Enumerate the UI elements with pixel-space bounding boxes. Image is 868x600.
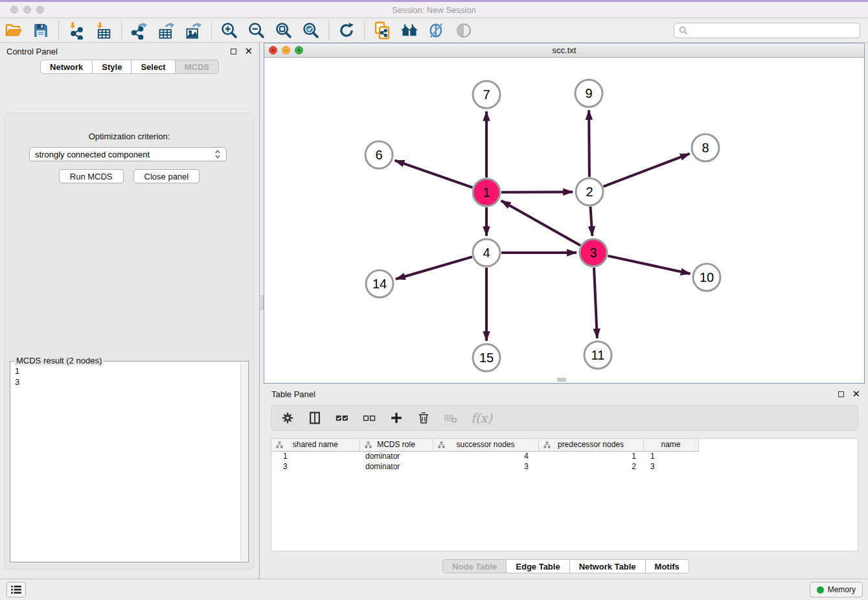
settings-gear-icon[interactable] [280,411,295,425]
graph-edge-1-2[interactable] [501,192,573,192]
zoom-fit-icon[interactable] [273,20,294,41]
memory-label: Memory [828,585,856,594]
tab-mcds[interactable]: MCDS [176,60,219,74]
clone-network-icon[interactable] [372,20,393,41]
graph-node-9[interactable]: 9 [575,80,602,107]
tab-network[interactable]: Network [40,60,93,74]
graph-edge-3-10[interactable] [608,256,690,274]
tab-network-table[interactable]: Network Table [570,559,646,573]
table-row[interactable]: 1dominator411 [271,451,698,461]
float-table-panel-icon[interactable] [838,391,844,397]
table-cell: 1 [643,451,698,461]
close-table-panel-icon[interactable]: ✕ [852,390,860,398]
zoom-in-icon[interactable] [219,20,240,41]
search-icon [679,26,688,35]
import-table-icon[interactable] [93,20,114,41]
graph-node-6[interactable]: 6 [365,141,393,168]
memory-button[interactable]: Memory [810,582,863,597]
horizontal-scroll-thumb[interactable] [557,378,566,382]
graph-node-2[interactable]: 2 [576,178,603,205]
zoom-selected-icon[interactable] [301,20,321,41]
graph-node-label: 1 [483,185,490,200]
column-header-predecessor-nodes[interactable]: predecessor nodes [538,439,643,451]
application-window: Session: New Session [0,0,868,600]
close-panel-icon[interactable]: ✕ [244,47,253,55]
zoom-out-icon[interactable] [246,20,267,41]
first-neighbors-icon[interactable] [399,20,420,41]
graph-node-8[interactable]: 8 [692,134,719,161]
table-cell: dominator [360,461,433,472]
add-column-icon[interactable] [389,411,404,425]
graph-node-7[interactable]: 7 [473,81,500,108]
delete-table-icon [444,411,458,425]
table-row[interactable]: 3dominator323 [271,461,698,472]
tab-motifs[interactable]: Motifs [646,559,689,573]
graph-edge-4-14[interactable] [396,257,472,279]
graph-node-10[interactable]: 10 [693,264,720,291]
graph-edge-2-9[interactable] [589,110,589,177]
column-header-successor-nodes[interactable]: successor nodes [433,439,538,451]
open-file-icon[interactable] [3,20,24,41]
graph-node-1[interactable]: 1 [473,179,500,206]
graph-node-4[interactable]: 4 [473,239,500,266]
tab-node-table[interactable]: Node Table [442,559,507,573]
column-header-MCDS-role[interactable]: MCDS role [360,439,433,451]
tab-style[interactable]: Style [93,60,131,74]
graph-node-11[interactable]: 11 [584,341,611,369]
mcds-panel-content: Optimization criterion: strongly connect… [4,113,255,570]
column-header-shared-name[interactable]: shared name [271,439,360,451]
search-box[interactable] [674,23,860,38]
import-network-icon[interactable] [66,20,87,41]
graph-node-15[interactable]: 15 [473,344,500,371]
control-panel-tabs: Network Style Select MCDS [0,60,259,74]
task-history-button[interactable] [6,582,26,597]
save-session-icon[interactable] [30,20,51,41]
graph-edge-2-8[interactable] [604,154,690,187]
export-table-icon[interactable] [156,20,177,41]
node-table: shared nameMCDS rolesuccessor nodesprede… [271,438,858,551]
graph-edge-3-11[interactable] [594,268,597,338]
graph-node-3[interactable]: 3 [580,239,607,266]
column-header-name[interactable]: name [643,439,698,451]
table-cell: 4 [433,451,538,461]
panel-divider-grip[interactable] [259,295,264,310]
graph-node-label: 2 [586,185,593,199]
node-table-grid: shared nameMCDS rolesuccessor nodesprede… [271,439,699,472]
table-cell: 1 [271,451,360,461]
hide-selected-icon[interactable] [426,20,447,41]
main-titlebar: Session: New Session [0,2,868,18]
mcds-result-list: 13 [10,362,248,387]
float-panel-icon[interactable] [231,49,236,54]
graph-edge-2-3[interactable] [590,207,592,236]
graph-edge-1-6[interactable] [395,161,473,188]
result-item: 3 [15,376,248,387]
run-mcds-button[interactable]: Run MCDS [59,169,124,183]
graph-node-label: 6 [375,148,382,162]
graph-node-14[interactable]: 14 [366,270,393,297]
network-view-window: ✕ – + scc.txt 7968124314101511 [264,43,865,384]
toolbar-separator [121,21,122,40]
close-panel-button[interactable]: Close panel [133,169,200,183]
column-layout-icon[interactable] [308,411,322,425]
window-title: Session: New Session [0,5,868,15]
network-window-title: scc.txt [264,45,864,55]
deselect-all-checks-icon[interactable] [362,411,376,425]
graph-edge-3-1[interactable] [501,201,580,246]
tab-edge-table[interactable]: Edge Table [507,559,569,573]
export-network-icon[interactable] [129,20,150,41]
toolbar-separator [211,21,212,40]
result-scrollbar[interactable] [240,362,247,561]
function-builder-icon: f(x) [471,411,492,425]
criterion-dropdown[interactable]: strongly connected component [29,147,227,161]
tab-select[interactable]: Select [131,60,175,74]
table-cell: 3 [271,461,360,472]
refresh-view-icon[interactable] [336,20,357,41]
delete-column-icon[interactable] [417,411,431,425]
show-all-icon [453,20,474,41]
result-item: 1 [15,365,248,376]
network-canvas[interactable]: 7968124314101511 [264,58,864,383]
search-input[interactable] [688,24,860,37]
control-panel: Control Panel ✕ Network Style Select MCD… [0,43,260,579]
select-all-checks-icon[interactable] [335,411,349,425]
export-image-icon[interactable] [183,20,204,41]
